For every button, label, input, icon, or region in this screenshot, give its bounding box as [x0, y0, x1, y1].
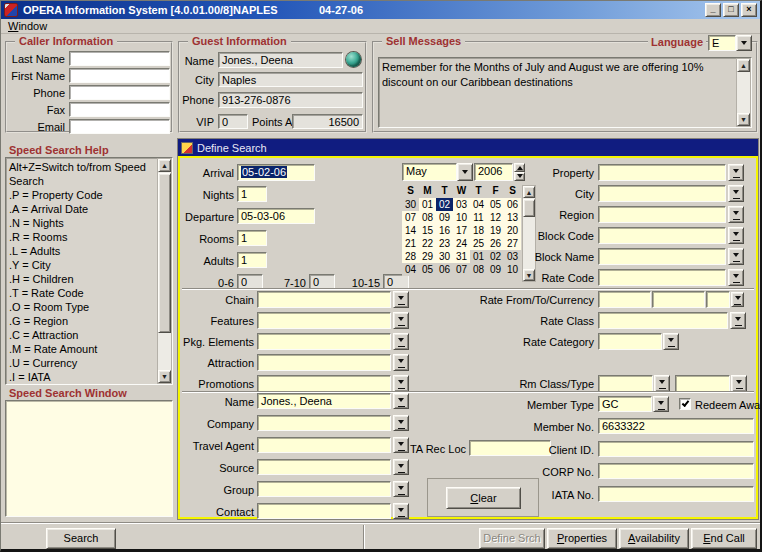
departure-field[interactable]: 05-03-06 — [237, 208, 315, 224]
calendar-day[interactable]: 22 — [419, 237, 436, 250]
availability-button[interactable]: Availability — [619, 528, 689, 549]
nights-field[interactable]: 1 — [237, 186, 267, 202]
calendar-day[interactable]: 03 — [453, 198, 470, 211]
properties-button[interactable]: Properties — [547, 528, 617, 549]
scroll-up-icon[interactable]: ▲ — [737, 59, 750, 72]
fax-field[interactable] — [69, 102, 170, 117]
contact-lov-button[interactable] — [393, 503, 409, 519]
rate-currency-field[interactable] — [706, 291, 730, 308]
property-field[interactable] — [598, 164, 726, 181]
calendar-day[interactable]: 06 — [436, 263, 453, 276]
city-lov-button[interactable] — [728, 185, 744, 202]
profile-name-lov-button[interactable] — [393, 393, 409, 409]
calendar-day[interactable]: 08 — [419, 211, 436, 224]
redeem-award-checkbox[interactable] — [679, 398, 691, 410]
close-button-icon[interactable]: × — [741, 3, 757, 17]
pkg-elements-lov-button[interactable] — [393, 333, 409, 350]
calendar-day[interactable]: 07 — [453, 263, 470, 276]
rate-category-lov-button[interactable] — [663, 333, 679, 350]
block-name-lov-button[interactable] — [728, 248, 744, 265]
calendar-day[interactable]: 07 — [402, 211, 419, 224]
calendar-month-dropdown-button[interactable] — [457, 163, 473, 181]
language-field[interactable]: E — [708, 35, 736, 51]
travel-agent-field[interactable] — [257, 437, 391, 453]
calendar-day[interactable]: 28 — [402, 250, 419, 263]
calendar-day[interactable]: 29 — [419, 250, 436, 263]
calendar-day[interactable]: 14 — [402, 224, 419, 237]
globe-icon[interactable] — [346, 52, 361, 67]
block-name-field[interactable] — [598, 248, 726, 265]
sell-message-scrollbar[interactable]: ▲ ▼ — [736, 58, 751, 127]
adults-field[interactable]: 1 — [237, 252, 267, 268]
calendar-day[interactable]: 10 — [453, 211, 470, 224]
scroll-down-icon[interactable]: ▼ — [158, 370, 171, 383]
attraction-lov-button[interactable] — [393, 354, 409, 371]
rm-type-field[interactable] — [675, 375, 730, 392]
last-name-field[interactable] — [69, 51, 170, 66]
calendar-day[interactable]: 21 — [402, 237, 419, 250]
children-0-6-field[interactable]: 0 — [237, 274, 263, 289]
rate-currency-lov-button[interactable] — [731, 292, 744, 307]
rate-to-field[interactable] — [652, 291, 705, 308]
children-7-10-field[interactable]: 0 — [309, 274, 335, 289]
calendar-day[interactable]: 04 — [402, 263, 419, 276]
calendar-day[interactable]: 17 — [453, 224, 470, 237]
region-lov-button[interactable] — [728, 206, 744, 223]
source-field[interactable] — [257, 459, 391, 475]
source-lov-button[interactable] — [393, 459, 409, 475]
rate-from-field[interactable] — [598, 291, 651, 308]
property-lov-button[interactable] — [728, 164, 744, 181]
calendar-day[interactable]: 01 — [419, 198, 436, 211]
language-dropdown-button[interactable] — [736, 35, 752, 51]
scroll-up-icon[interactable]: ▲ — [158, 159, 171, 172]
calendar-day[interactable]: 30 — [436, 250, 453, 263]
rate-class-lov-button[interactable] — [730, 312, 746, 329]
first-name-field[interactable] — [69, 68, 170, 83]
calendar-day[interactable]: 16 — [436, 224, 453, 237]
features-field[interactable] — [257, 312, 391, 329]
iata-no-field[interactable] — [598, 486, 754, 502]
guest-phone-field[interactable]: 913-276-0876 — [218, 92, 363, 108]
features-lov-button[interactable] — [393, 312, 409, 329]
menu-item-window[interactable]: Window — [8, 20, 47, 32]
contact-field[interactable] — [257, 503, 391, 519]
scrollbar-thumb[interactable] — [158, 173, 171, 333]
guest-city-field[interactable]: Naples — [218, 72, 363, 87]
calendar-month-field[interactable]: May — [402, 163, 457, 181]
rm-class-lov-button[interactable] — [654, 375, 670, 392]
scroll-down-icon[interactable]: ▼ — [737, 113, 750, 126]
maximize-button-icon[interactable]: □ — [723, 3, 739, 17]
group-lov-button[interactable] — [393, 481, 409, 497]
calendar-day[interactable]: 31 — [453, 250, 470, 263]
block-code-field[interactable] — [598, 227, 726, 244]
calendar-day[interactable]: 09 — [436, 211, 453, 224]
email-field[interactable] — [69, 119, 170, 134]
pkg-elements-field[interactable] — [257, 333, 391, 350]
member-type-lov-button[interactable] — [653, 396, 669, 412]
speed-search-help-scrollbar[interactable]: ▲ ▼ — [157, 158, 172, 384]
promotions-field[interactable] — [257, 375, 391, 392]
calendar-day[interactable]: 30 — [402, 198, 419, 211]
chain-field[interactable] — [257, 291, 391, 308]
vip-field[interactable]: 0 — [218, 114, 248, 129]
speed-search-window-box[interactable] — [5, 400, 173, 517]
profile-name-field[interactable]: Jones., Deena — [257, 393, 391, 409]
define-srch-button[interactable]: Define Srch — [479, 528, 545, 549]
chain-lov-button[interactable] — [393, 291, 409, 308]
calendar-day[interactable]: 23 — [436, 237, 453, 250]
member-no-field[interactable]: 6633322 — [598, 418, 754, 434]
corp-no-field[interactable] — [598, 463, 754, 479]
calendar-day-selected[interactable]: 02 — [436, 198, 453, 211]
arrival-field[interactable]: 05-02-06 — [237, 164, 315, 181]
rate-class-field[interactable] — [598, 312, 728, 329]
calendar-day[interactable]: 05 — [419, 263, 436, 276]
rm-class-field[interactable] — [598, 375, 653, 392]
caller-phone-field[interactable] — [69, 85, 170, 100]
rate-code-field[interactable] — [598, 269, 726, 286]
member-type-field[interactable]: GC — [598, 396, 652, 412]
promotions-lov-button[interactable] — [393, 375, 409, 392]
minimize-button-icon[interactable]: _ — [705, 3, 721, 17]
company-field[interactable] — [257, 415, 391, 431]
company-lov-button[interactable] — [393, 415, 409, 431]
points-avail-field[interactable]: 16500 — [292, 114, 363, 129]
